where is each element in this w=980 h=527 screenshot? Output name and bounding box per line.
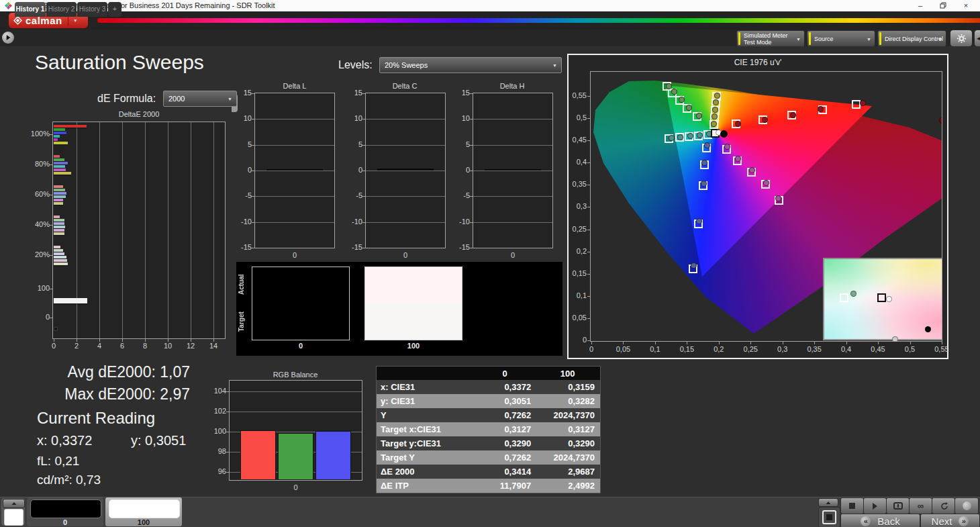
pattern-window-toggle-button[interactable] xyxy=(818,507,840,527)
cie-measured-green xyxy=(686,105,692,111)
table-row: y: CIE310,30510,3282 xyxy=(377,394,601,408)
restore-button[interactable] xyxy=(934,0,952,11)
cie-current-reading-dot xyxy=(720,130,728,138)
table-row-label: x: CIE31 xyxy=(377,380,475,394)
window-titlebar: Calman 2025 Calman Ultimate for Business… xyxy=(0,0,980,11)
settings-button[interactable] xyxy=(950,30,973,47)
avg-de2000: Avg dE2000: 1,07 xyxy=(40,363,190,381)
stop-button[interactable] xyxy=(840,497,864,514)
cie-measured-magenta xyxy=(763,180,769,186)
table-row-label: Target Y xyxy=(377,450,475,465)
table-value-100: 2,4992 xyxy=(536,479,600,493)
page-title: Saturation Sweeps xyxy=(35,51,204,74)
infinite-loop-icon: ∞ xyxy=(918,501,924,511)
pattern-swatch-0 xyxy=(30,499,101,518)
collapse-toolbar-button[interactable]: ◀ xyxy=(974,30,980,47)
pattern-button-0[interactable]: 0 xyxy=(27,497,103,526)
table-header-row: 0 100 xyxy=(377,367,601,381)
rgb-balance-title: RGB Balance xyxy=(273,371,318,379)
current-fl: fL: 0,21 xyxy=(37,454,79,469)
color-comparator-panel: Actual Target 0 100 xyxy=(236,262,562,356)
meter-status-bar xyxy=(738,32,740,45)
single-measure-button[interactable] xyxy=(886,497,910,514)
delta-h-title: Delta H xyxy=(500,82,525,90)
table-row-label: ΔE 2000 xyxy=(377,465,475,479)
target-row-label: Target xyxy=(238,304,245,339)
arrow-up-icon xyxy=(826,501,831,504)
sidebar-expander-button[interactable] xyxy=(2,32,14,44)
gear-icon xyxy=(957,34,967,44)
table-value-0: 11,7907 xyxy=(475,479,536,493)
cie-chart xyxy=(590,71,942,342)
table-row-label: Target x:CIE31 xyxy=(377,422,475,436)
meter-status-button[interactable] xyxy=(954,497,979,514)
table-row: x: CIE310,33720,3159 xyxy=(377,380,601,394)
tab-history-2[interactable]: History 2 xyxy=(46,2,77,17)
table-row-label: ΔE ITP xyxy=(377,479,475,493)
table-row: Target x:CIE310,31270,3127 xyxy=(377,422,601,436)
de-formula-select[interactable]: 2000 ▼ xyxy=(163,91,237,107)
stop-icon xyxy=(849,503,855,509)
max-de2000: Max dE2000: 2,97 xyxy=(40,385,190,403)
pattern-button-100[interactable]: 100 xyxy=(105,497,182,526)
display-status-bar xyxy=(879,32,881,45)
continuous-measure-button[interactable]: ∞ xyxy=(909,497,932,514)
levels-value: 20% Sweeps xyxy=(385,61,428,69)
chevron-down-icon: ▼ xyxy=(228,97,232,101)
table-value-0: 0,7262 xyxy=(475,450,536,465)
table-row: Target y:CIE310,32900,3290 xyxy=(377,436,601,450)
source-dropdown[interactable]: Source ▼ xyxy=(807,30,875,47)
comparator-label-100: 100 xyxy=(364,342,462,350)
simulated-meter-dropdown[interactable]: Simulated MeterTest Mode ▼ xyxy=(736,30,805,47)
display-control-dropdown[interactable]: Direct Display Control ▼ xyxy=(877,30,946,47)
pattern-swatch-100 xyxy=(109,499,180,518)
transport-expand-button[interactable] xyxy=(818,498,838,507)
source-dropdown-label: Source xyxy=(814,36,834,42)
table-value-0: 0,7262 xyxy=(475,408,536,422)
calman-app-window: Calman 2025 Calman Ultimate for Business… xyxy=(0,0,980,527)
minimize-button[interactable]: – xyxy=(912,0,929,11)
back-button[interactable]: « Back xyxy=(840,514,920,527)
table-row: ΔE ITP11,79072,4992 xyxy=(377,479,601,493)
cie-measured-blue xyxy=(701,181,707,187)
next-button[interactable]: Next » xyxy=(920,514,980,527)
display-dropdown-label: Direct Display Control xyxy=(885,36,943,42)
restore-icon xyxy=(940,2,946,9)
add-tab-button[interactable]: + xyxy=(108,2,121,17)
next-button-label: Next xyxy=(932,516,952,527)
levels-select[interactable]: 20% Sweeps ▼ xyxy=(379,57,562,73)
refresh-button[interactable] xyxy=(932,497,955,514)
inset-dot-marker xyxy=(925,326,931,332)
cie-measured-yellow xyxy=(711,121,717,127)
arrow-left-icon: ◀ xyxy=(977,35,980,42)
pattern-window-icon xyxy=(822,510,836,524)
table-row-label: Y xyxy=(377,408,475,422)
cie-measured-magenta xyxy=(735,156,741,162)
inset-circle-marker xyxy=(850,291,856,297)
table-value-100: 0,3282 xyxy=(536,394,600,408)
cie-measured-green xyxy=(671,89,677,95)
current-cdm2: cd/m²: 0,73 xyxy=(37,473,101,487)
meter-dropdown-label: Simulated MeterTest Mode xyxy=(744,32,788,46)
levels-label: Levels: xyxy=(338,59,373,71)
current-x: x: 0,3372 xyxy=(37,433,92,448)
tab-history-1[interactable]: History 1 xyxy=(15,2,46,17)
refresh-icon xyxy=(939,501,948,511)
current-y: y: 0,3051 xyxy=(131,433,186,448)
play-button[interactable] xyxy=(863,497,887,514)
cie-measured-cyan xyxy=(669,135,675,141)
table-value-0: 0,3372 xyxy=(475,380,536,394)
close-button[interactable]: × xyxy=(957,0,975,11)
delta-l-chart xyxy=(254,93,335,248)
expand-right-icon xyxy=(6,35,10,40)
table-value-100: 2,9687 xyxy=(536,465,600,479)
deltae-chart-title: DeltaE 2000 xyxy=(119,110,160,118)
inset-circle-marker xyxy=(886,296,892,302)
comparator-swatch-0 xyxy=(252,267,350,340)
pattern-panel-expand-button[interactable] xyxy=(3,499,25,508)
tab-history-3[interactable]: History 3 xyxy=(77,2,107,17)
chevron-down-icon: ▼ xyxy=(552,63,557,68)
cie-measured-red xyxy=(860,100,866,106)
cie-measured-red xyxy=(790,112,796,118)
status-circle-icon xyxy=(963,501,971,510)
